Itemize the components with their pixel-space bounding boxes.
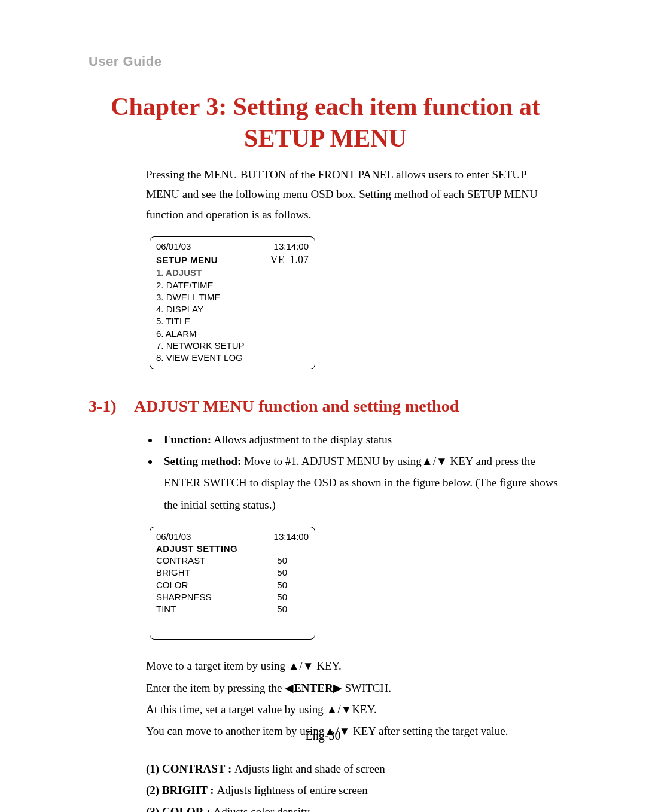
osd-header-row: SETUP MENU VE_1.07 bbox=[156, 253, 309, 267]
osd-adjust-setting: 06/01/03 13:14:00 ADJUST SETTING CONTRAS… bbox=[150, 527, 315, 640]
row-label: CONTRAST bbox=[156, 555, 248, 567]
osd-date: 06/01/03 bbox=[156, 531, 191, 543]
osd-item: 4. DISPLAY bbox=[156, 303, 309, 315]
row-label: COLOR bbox=[156, 579, 248, 591]
def-text: Adjusts light and shade of screen bbox=[234, 762, 385, 775]
osd-item: 8. VIEW EVENT LOG bbox=[156, 352, 309, 364]
intro-paragraph: Pressing the MENU BUTTON of the FRONT PA… bbox=[146, 165, 562, 224]
osd-item: 5. TITLE bbox=[156, 315, 309, 327]
osd-version: VE_1.07 bbox=[270, 253, 309, 267]
row-label: SHARPNESS bbox=[156, 591, 248, 603]
osd-item: 3. DWELL TIME bbox=[156, 291, 309, 303]
row-label: TINT bbox=[156, 603, 248, 615]
instr-bold: ENTER bbox=[294, 682, 333, 694]
table-row: CONTRAST50 bbox=[156, 555, 309, 567]
section-number: 3-1) bbox=[89, 397, 134, 416]
osd-topbar: 06/01/03 13:14:00 bbox=[156, 531, 309, 543]
definition-line: (2) BRIGHT : Adjusts lightness of entire… bbox=[146, 781, 562, 800]
instruction-line: Enter the item by pressing the ◀ENTER▶ S… bbox=[146, 679, 562, 698]
section-title: 3-1)ADJUST MENU function and setting met… bbox=[89, 397, 562, 416]
table-row: COLOR50 bbox=[156, 579, 309, 591]
osd-topbar: 06/01/03 13:14:00 bbox=[156, 241, 309, 253]
table-row: BRIGHT50 bbox=[156, 567, 309, 579]
instr-fragment: Enter the item by pressing the ◀ bbox=[146, 682, 294, 694]
page-number: Eng-30 bbox=[0, 729, 646, 743]
bullet-list: Function: Allows adjustment to the displ… bbox=[146, 429, 562, 515]
osd-item: 6. ALARM bbox=[156, 328, 309, 340]
osd-setup-menu: 06/01/03 13:14:00 SETUP MENU VE_1.07 1. … bbox=[150, 236, 315, 370]
page: User Guide Chapter 3: Setting each item … bbox=[0, 0, 646, 812]
instr-fragment: ▶ SWITCH. bbox=[333, 682, 391, 694]
instruction-line: Move to a target item by using ▲/▼ KEY. bbox=[146, 656, 562, 676]
row-value: 50 bbox=[248, 567, 309, 579]
instruction-line: At this time, set a target value by usin… bbox=[146, 700, 562, 719]
row-value: 50 bbox=[248, 579, 309, 591]
section-heading: ADJUST MENU function and setting method bbox=[134, 397, 459, 415]
row-label: BRIGHT bbox=[156, 567, 248, 579]
def-label: (1) CONTRAST : bbox=[146, 762, 234, 775]
osd-item: 2. DATE/TIME bbox=[156, 279, 309, 291]
bullet-item: Setting method: Move to #1. ADJUST MENU … bbox=[159, 451, 562, 515]
def-label: (2) BRIGHT : bbox=[146, 784, 217, 796]
row-value: 50 bbox=[248, 603, 309, 615]
table-row: SHARPNESS50 bbox=[156, 591, 309, 603]
chapter-title: Chapter 3: Setting each item function at… bbox=[89, 91, 562, 154]
osd-header: ADJUST SETTING bbox=[156, 543, 309, 555]
body: Pressing the MENU BUTTON of the FRONT PA… bbox=[146, 165, 562, 369]
def-label: (3) COLOR : bbox=[146, 805, 213, 812]
def-text: Adjusts lightness of entire screen bbox=[217, 784, 367, 796]
definition-line: (1) CONTRAST : Adjusts light and shade o… bbox=[146, 759, 562, 778]
doc-header: User Guide bbox=[89, 54, 562, 69]
osd-spacer bbox=[156, 615, 309, 634]
table-row: TINT50 bbox=[156, 603, 309, 615]
osd-table: CONTRAST50 BRIGHT50 COLOR50 SHARPNESS50 … bbox=[156, 555, 309, 615]
bullet-item: Function: Allows adjustment to the displ… bbox=[159, 429, 562, 451]
osd-date: 06/01/03 bbox=[156, 241, 191, 253]
osd-header: SETUP MENU bbox=[156, 254, 218, 266]
header-rule bbox=[170, 62, 562, 62]
osd-item: 1. ADJUST bbox=[156, 267, 309, 279]
row-value: 50 bbox=[248, 555, 309, 567]
osd-time: 13:14:00 bbox=[274, 531, 309, 543]
osd-time: 13:14:00 bbox=[274, 241, 309, 253]
header-label: User Guide bbox=[89, 54, 162, 69]
bullet-label: Setting method: bbox=[164, 455, 241, 467]
bullet-label: Function: bbox=[164, 433, 211, 446]
definitions: (1) CONTRAST : Adjusts light and shade o… bbox=[146, 759, 562, 812]
row-value: 50 bbox=[248, 591, 309, 603]
definition-line: (3) COLOR : Adjusts color density bbox=[146, 802, 562, 812]
def-text: Adjusts color density bbox=[213, 805, 310, 812]
bullet-text: Allows adjustment to the display status bbox=[211, 433, 392, 446]
section-body: Function: Allows adjustment to the displ… bbox=[146, 429, 562, 812]
osd-item: 7. NETWORK SETUP bbox=[156, 340, 309, 352]
